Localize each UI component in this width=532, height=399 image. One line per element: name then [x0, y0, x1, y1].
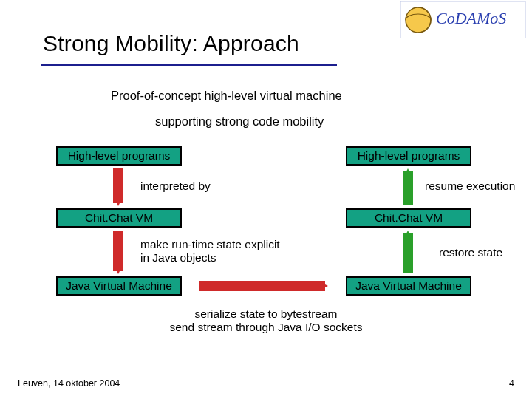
label-serialize-line2: send stream through Java I/O sockets [169, 321, 362, 333]
title-underline [41, 64, 337, 66]
page-title: Strong Mobility: Approach [43, 31, 299, 56]
intro-line-1: Proof-of-concept high-level virtual mach… [111, 89, 342, 103]
intro-line-2: supporting strong code mobility [155, 115, 324, 129]
footer-page-number: 4 [509, 378, 514, 389]
box-chitchat-left: Chit.Chat VM [56, 208, 182, 228]
label-make-state-line2: in Java objects [140, 251, 216, 264]
box-jvm-right: Java Virtual Machine [346, 276, 471, 296]
label-restore-state: restore state [439, 246, 502, 259]
label-interpreted-by: interpreted by [140, 180, 211, 193]
label-serialize-line1: serialize state to bytestream [195, 307, 338, 320]
box-jvm-left: Java Virtual Machine [56, 276, 182, 296]
box-high-level-left: High-level programs [56, 146, 182, 166]
label-make-state: make run-time state explicit in Java obj… [140, 238, 280, 265]
arrows-overlay [0, 0, 532, 399]
box-chitchat-right: Chit.Chat VM [346, 208, 471, 228]
codamos-logo: CoDAMoS [400, 1, 526, 38]
box-high-level-right: High-level programs [346, 146, 471, 166]
footer-date: Leuven, 14 oktober 2004 [18, 378, 120, 389]
label-make-state-line1: make run-time state explicit [140, 238, 280, 250]
label-serialize: serialize state to bytestream send strea… [0, 307, 532, 334]
label-resume-execution: resume execution [425, 180, 515, 193]
svg-text:CoDAMoS: CoDAMoS [436, 9, 506, 27]
